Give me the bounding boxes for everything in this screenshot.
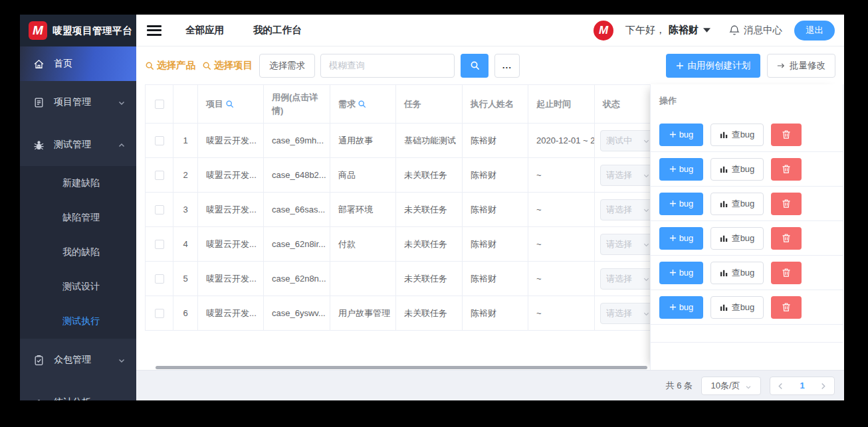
sidebar-item-crowd-mgmt[interactable]: 众包管理: [20, 339, 136, 381]
add-bug-button[interactable]: bug: [659, 227, 703, 250]
next-page-icon[interactable]: [820, 383, 827, 389]
app-window: M 唛盟项目管理平台 首页项目管理测试管理新建缺陷缺陷管理我的缺陷测试设计测试执…: [20, 15, 844, 400]
batch-edit-button[interactable]: 批量修改: [767, 54, 835, 78]
column-header-requirement: 需求: [330, 85, 396, 124]
bar-chart-icon: [720, 268, 728, 277]
column-title: 需求: [338, 98, 356, 111]
column-search-icon[interactable]: [225, 100, 234, 108]
clipboard-icon: [33, 355, 45, 366]
sidebar-item-new-defect[interactable]: 新建缺陷: [20, 166, 136, 201]
view-bug-button[interactable]: 查bug: [710, 296, 764, 319]
cell-task: 基础功能测试: [396, 124, 463, 158]
view-bug-button[interactable]: 查bug: [710, 227, 764, 250]
status-select[interactable]: 请选择: [600, 268, 656, 290]
cell-task: 未关联任务: [396, 158, 463, 193]
cell-project: 唛盟云开发...: [198, 227, 264, 262]
hamburger-menu-icon[interactable]: [147, 25, 162, 36]
message-center-link[interactable]: 消息中心: [729, 24, 782, 37]
brand-logo-icon: M: [29, 21, 47, 40]
fuzzy-search-input[interactable]: [320, 54, 455, 78]
sidebar-menu: 首页项目管理测试管理新建缺陷缺陷管理我的缺陷测试设计测试执行众包管理统计分析: [20, 46, 136, 400]
row-checkbox[interactable]: [155, 274, 164, 284]
top-nav: 全部应用 我的工作台: [185, 24, 302, 37]
select-requirement-button[interactable]: 选择需求: [259, 54, 315, 78]
add-bug-label: bug: [679, 302, 694, 312]
tab-my-workbench[interactable]: 我的工作台: [253, 24, 302, 37]
delete-button[interactable]: [771, 262, 802, 284]
more-filters-button[interactable]: ...: [494, 54, 520, 78]
user-menu[interactable]: 下午好， 陈裕财: [625, 24, 710, 37]
delete-button[interactable]: [771, 296, 802, 319]
cell-project: 唛盟云开发...: [198, 296, 264, 331]
row-checkbox[interactable]: [155, 240, 164, 249]
add-bug-button[interactable]: bug: [659, 296, 703, 319]
sidebar-item-home[interactable]: 首页: [20, 46, 136, 81]
cell-project: 唛盟云开发...: [198, 158, 264, 193]
select-all-checkbox[interactable]: [155, 100, 164, 109]
status-select[interactable]: 测试中: [600, 130, 656, 151]
view-bug-button[interactable]: 查bug: [710, 158, 764, 181]
status-select[interactable]: 请选择: [600, 199, 656, 220]
add-bug-button[interactable]: bug: [659, 124, 703, 146]
horizontal-scrollbar[interactable]: [156, 366, 647, 369]
select-product-label: 选择产品: [157, 59, 195, 72]
bar-chart-icon: [720, 199, 728, 208]
view-bug-button[interactable]: 查bug: [710, 124, 764, 146]
status-select[interactable]: 请选择: [600, 303, 656, 324]
add-bug-button[interactable]: bug: [659, 262, 703, 284]
sidebar-item-test-mgmt[interactable]: 测试管理: [20, 124, 136, 166]
prev-page-icon[interactable]: [778, 383, 784, 389]
cell-task: 未关联任务: [396, 262, 463, 296]
row-checkbox[interactable]: [155, 205, 164, 214]
column-header-case: 用例(点击详情): [264, 85, 330, 124]
column-search-icon[interactable]: [358, 100, 366, 108]
delete-button[interactable]: [771, 124, 802, 146]
caret-down-icon: [703, 27, 710, 33]
operations-column: 操作 bug查bugbug查bugbug查bugbug查bugbug查bugbu…: [650, 84, 843, 370]
select-project-link[interactable]: 选择项目: [202, 59, 253, 72]
sidebar-item-test-design[interactable]: 测试设计: [20, 270, 136, 304]
bar-chart-icon: [720, 165, 728, 173]
add-bug-button[interactable]: bug: [659, 158, 703, 181]
trash-icon: [782, 233, 791, 243]
home-icon: [33, 58, 45, 70]
create-plan-button[interactable]: 由用例创建计划: [666, 54, 761, 78]
status-value: 测试中: [606, 135, 632, 147]
delete-button[interactable]: [771, 158, 802, 181]
view-bug-button[interactable]: 查bug: [710, 262, 764, 284]
page-number[interactable]: 1: [800, 381, 804, 390]
view-bug-button[interactable]: 查bug: [710, 193, 764, 215]
tab-all-apps[interactable]: 全部应用: [185, 24, 224, 37]
cell-select: [146, 227, 173, 262]
sidebar-item-defect-mgmt[interactable]: 缺陷管理: [20, 201, 136, 235]
add-bug-button[interactable]: bug: [659, 193, 703, 215]
search-submit-button[interactable]: [461, 54, 488, 78]
message-center-label: 消息中心: [744, 24, 782, 37]
select-product-link[interactable]: 选择产品: [145, 59, 195, 72]
row-checkbox[interactable]: [155, 309, 164, 318]
status-select[interactable]: 请选择: [600, 165, 656, 186]
total-count: 共 6 条: [666, 380, 693, 392]
sidebar-item-my-defects[interactable]: 我的缺陷: [20, 235, 136, 270]
user-avatar[interactable]: M: [594, 21, 613, 41]
cell-case: case_62n8ir...: [264, 227, 330, 262]
status-select[interactable]: 请选择: [600, 234, 656, 255]
sidebar-item-test-exec[interactable]: 测试执行: [20, 304, 136, 339]
page-size-select[interactable]: 10条/页: [701, 377, 761, 395]
logout-button[interactable]: 退出: [794, 21, 835, 41]
cell-requirement: 付款: [330, 227, 396, 262]
cell-dates: ~: [528, 227, 595, 262]
cell-task: 未关联任务: [396, 193, 463, 227]
sidebar-item-stats[interactable]: 统计分析: [20, 381, 136, 400]
row-checkbox[interactable]: [155, 136, 164, 145]
sidebar-item-project-mgmt[interactable]: 项目管理: [20, 81, 136, 124]
delete-button[interactable]: [771, 193, 802, 215]
delete-button[interactable]: [771, 227, 802, 250]
trash-icon: [782, 268, 791, 278]
row-checkbox[interactable]: [155, 171, 164, 180]
cell-task: 未关联任务: [396, 296, 463, 331]
chart-icon: [33, 397, 45, 401]
cell-index: 5: [173, 262, 198, 296]
sidebar-item-label: 测试设计: [62, 281, 100, 293]
column-title: 任务: [404, 98, 421, 111]
